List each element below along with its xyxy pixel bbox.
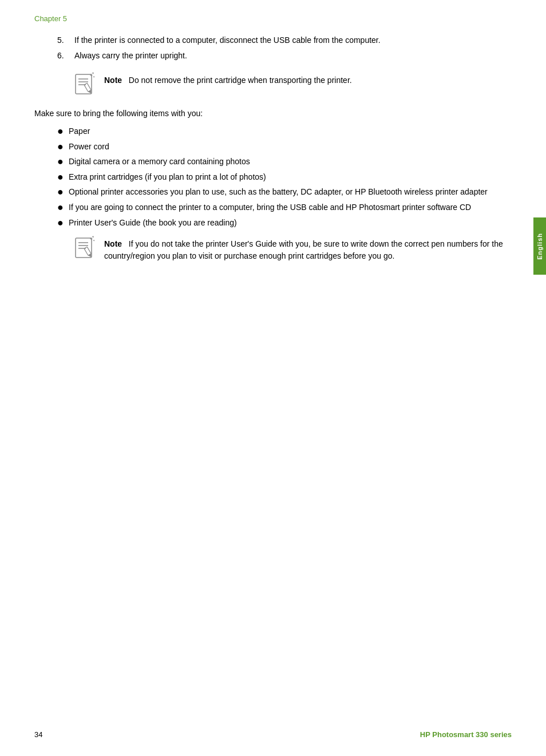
- note1-text: Note Do not remove the print cartridge w…: [104, 72, 352, 86]
- bullet-0-text: Paper: [69, 125, 512, 137]
- bullet-6-text: Printer User's Guide (the book you are r…: [69, 217, 512, 229]
- bullet-item-6: ● Printer User's Guide (the book you are…: [57, 217, 512, 229]
- bullet-list: ● Paper ● Power cord ● Digital camera or…: [57, 125, 512, 229]
- note2-spacer: [124, 239, 129, 248]
- bullet-2-text: Digital camera or a memory card containi…: [69, 156, 512, 168]
- item-6-text: Always carry the printer upright.: [74, 50, 512, 62]
- footer-page-number: 34: [34, 730, 42, 739]
- bullet-6-dot: ●: [57, 217, 69, 229]
- note2-body: If you do not take the printer User's Gu…: [104, 239, 503, 260]
- numbered-list: 5. If the printer is connected to a comp…: [57, 34, 512, 62]
- bullet-item-3: ● Extra print cartridges (if you plan to…: [57, 171, 512, 184]
- note-box-1: ✦ ✦ ✦ Note Do not remove the print cartr…: [74, 72, 512, 97]
- bullet-4-text: Optional printer accessories you plan to…: [69, 186, 512, 198]
- bullet-3-text: Extra print cartridges (if you plan to p…: [69, 171, 512, 183]
- bullet-item-0: ● Paper: [57, 125, 512, 138]
- bullet-1-text: Power cord: [69, 141, 512, 153]
- bullet-1-dot: ●: [57, 141, 69, 153]
- svg-rect-4: [84, 83, 91, 92]
- chapter-label: Chapter 5: [34, 14, 512, 23]
- page-container: Chapter 5 5. If the printer is connected…: [0, 0, 546, 756]
- bring-text: Make sure to bring the following items w…: [34, 108, 512, 120]
- list-item-6: 6. Always carry the printer upright.: [57, 50, 512, 62]
- bullet-item-2: ● Digital camera or a memory card contai…: [57, 156, 512, 168]
- language-tab: English: [533, 217, 546, 275]
- note-box-2: ✦ ✦ ✦ Note If you do not take the printe…: [74, 236, 512, 262]
- note1-label: Note: [104, 76, 122, 85]
- bullet-item-4: ● Optional printer accessories you plan …: [57, 186, 512, 199]
- bullet-5-text: If you are going to connect the printer …: [69, 201, 512, 213]
- language-tab-label: English: [536, 233, 543, 260]
- svg-rect-13: [84, 247, 91, 255]
- bullet-0-dot: ●: [57, 125, 69, 138]
- item-6-number: 6.: [57, 50, 74, 62]
- bullet-3-dot: ●: [57, 171, 69, 184]
- bullet-5-dot: ●: [57, 201, 69, 214]
- note2-text: Note If you do not take the printer User…: [104, 236, 512, 262]
- note2-label: Note: [104, 239, 122, 248]
- list-item-5: 5. If the printer is connected to a comp…: [57, 34, 512, 46]
- bullet-item-1: ● Power cord: [57, 141, 512, 153]
- footer-brand: HP Photosmart 330 series: [420, 730, 512, 739]
- svg-text:✦: ✦: [93, 239, 95, 242]
- item-5-number: 5.: [57, 34, 74, 46]
- item-5-text: If the printer is connected to a compute…: [74, 34, 512, 46]
- note1-content: [124, 76, 129, 85]
- footer: 34 HP Photosmart 330 series: [34, 730, 512, 739]
- bullet-2-dot: ●: [57, 156, 69, 168]
- note-icon-2: ✦ ✦ ✦: [74, 236, 97, 261]
- bullet-item-5: ● If you are going to connect the printe…: [57, 201, 512, 214]
- bullet-4-dot: ●: [57, 186, 69, 199]
- note-icon-1: ✦ ✦ ✦: [74, 72, 97, 97]
- svg-text:✦: ✦: [93, 75, 95, 78]
- note1-body: Do not remove the print cartridge when t…: [129, 76, 352, 85]
